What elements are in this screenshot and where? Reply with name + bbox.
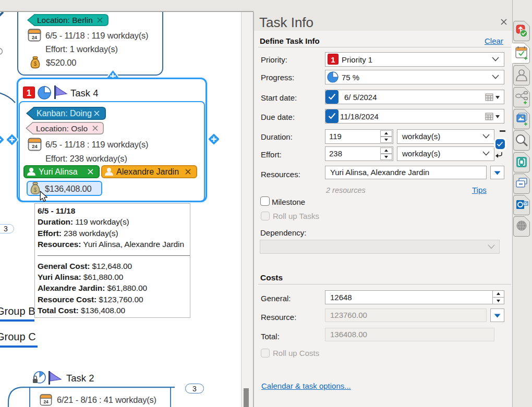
svg-text:$: $ bbox=[34, 187, 37, 193]
svg-text:24: 24 bbox=[43, 399, 49, 404]
svg-text:Location: Berlin: Location: Berlin bbox=[37, 16, 93, 24]
svg-text:1: 1 bbox=[331, 55, 335, 64]
svg-text:24: 24 bbox=[32, 144, 38, 149]
svg-text:1: 1 bbox=[27, 88, 31, 98]
svg-text:24: 24 bbox=[32, 35, 37, 40]
svg-text:$: $ bbox=[34, 61, 37, 67]
svg-text:Yuri Alinsa: Yuri Alinsa bbox=[39, 167, 78, 176]
svg-text:Location: Oslo: Location: Oslo bbox=[36, 124, 88, 133]
svg-text:Kanban: Doing: Kanban: Doing bbox=[37, 109, 92, 118]
svg-text:Alexandre Jardin: Alexandre Jardin bbox=[116, 167, 179, 176]
